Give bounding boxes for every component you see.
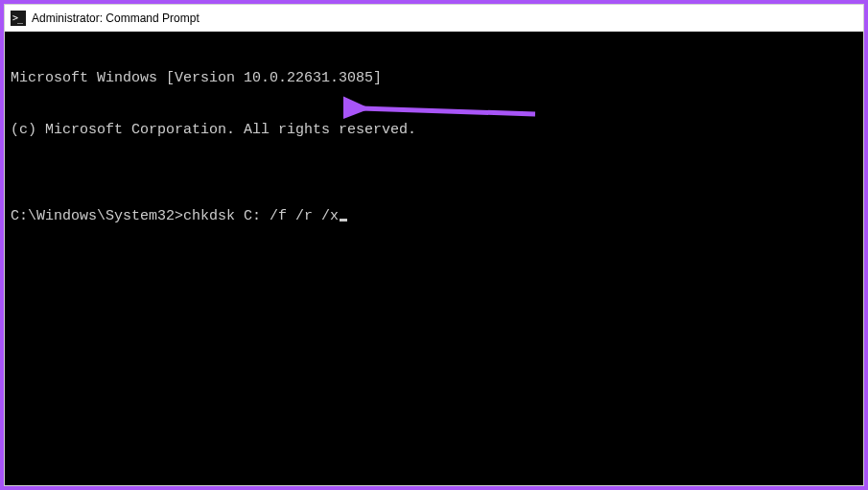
version-line: Microsoft Windows [Version 10.0.22631.30… [11,70,857,87]
console-area[interactable]: Microsoft Windows [Version 10.0.22631.30… [5,32,863,485]
cursor [340,219,347,222]
prompt-path: C:\Windows\System32> [11,208,183,225]
window-title: Administrator: Command Prompt [32,12,199,25]
command-prompt-window: >_ Administrator: Command Prompt Microso… [4,4,864,486]
cmd-icon: >_ [11,11,26,26]
prompt-line: C:\Windows\System32>chkdsk C: /f /r /x [11,208,857,225]
titlebar[interactable]: >_ Administrator: Command Prompt [5,5,863,32]
copyright-line: (c) Microsoft Corporation. All rights re… [11,122,857,139]
typed-command: chkdsk C: /f /r /x [183,208,339,225]
